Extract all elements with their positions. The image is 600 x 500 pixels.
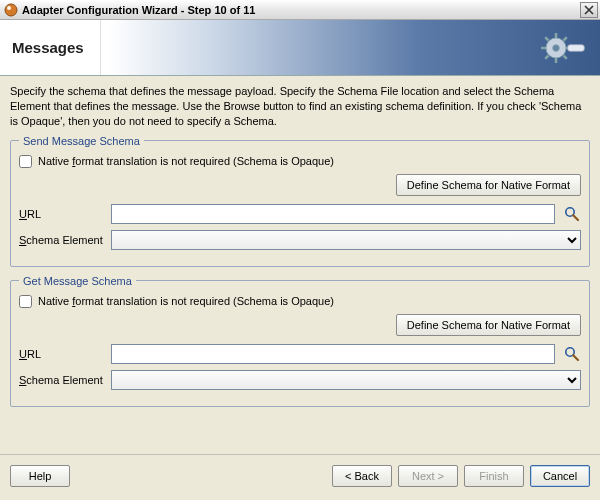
send-define-schema-button[interactable]: Define Schema for Native Format [396,174,581,196]
svg-line-8 [564,56,567,59]
svg-line-9 [545,56,548,59]
wizard-header: Messages [0,20,600,76]
get-schema-legend: Get Message Schema [19,275,136,287]
send-schema-element-select[interactable] [111,230,581,250]
gear-icon [536,26,586,70]
app-icon [4,3,18,17]
send-opaque-label[interactable]: Native format translation is not require… [38,155,334,167]
next-button: Next > [398,465,458,487]
intro-text: Specify the schema that defines the mess… [10,84,590,129]
svg-rect-12 [568,45,585,52]
back-button[interactable]: < Back [332,465,392,487]
titlebar: Adapter Configuration Wizard - Step 10 o… [0,0,600,20]
get-schema-element-label: Schema Element [19,374,103,386]
window-title: Adapter Configuration Wizard - Step 10 o… [22,4,580,16]
page-title: Messages [0,20,101,75]
send-url-label: URL [19,208,103,220]
svg-line-14 [573,215,578,220]
get-schema-group: Get Message Schema Native format transla… [10,275,590,407]
close-button[interactable] [580,2,598,18]
svg-point-1 [7,6,11,10]
get-browse-icon[interactable] [563,345,581,363]
finish-button: Finish [464,465,524,487]
svg-line-16 [573,355,578,360]
cancel-button[interactable]: Cancel [530,465,590,487]
svg-point-11 [553,45,560,52]
send-opaque-checkbox[interactable] [19,155,32,168]
svg-point-0 [5,4,17,16]
send-schema-group: Send Message Schema Native format transl… [10,135,590,267]
help-button[interactable]: Help [10,465,70,487]
svg-line-10 [564,37,567,40]
send-schema-legend: Send Message Schema [19,135,144,147]
get-define-schema-button[interactable]: Define Schema for Native Format [396,314,581,336]
get-opaque-label[interactable]: Native format translation is not require… [38,295,334,307]
send-browse-icon[interactable] [563,205,581,223]
wizard-content: Specify the schema that defines the mess… [0,76,600,454]
send-url-input[interactable] [111,204,555,224]
svg-line-7 [545,37,548,40]
wizard-footer: Help < Back Next > Finish Cancel [0,454,600,496]
get-url-input[interactable] [111,344,555,364]
get-opaque-checkbox[interactable] [19,295,32,308]
get-url-label: URL [19,348,103,360]
send-schema-element-label: Schema Element [19,234,103,246]
get-schema-element-select[interactable] [111,370,581,390]
